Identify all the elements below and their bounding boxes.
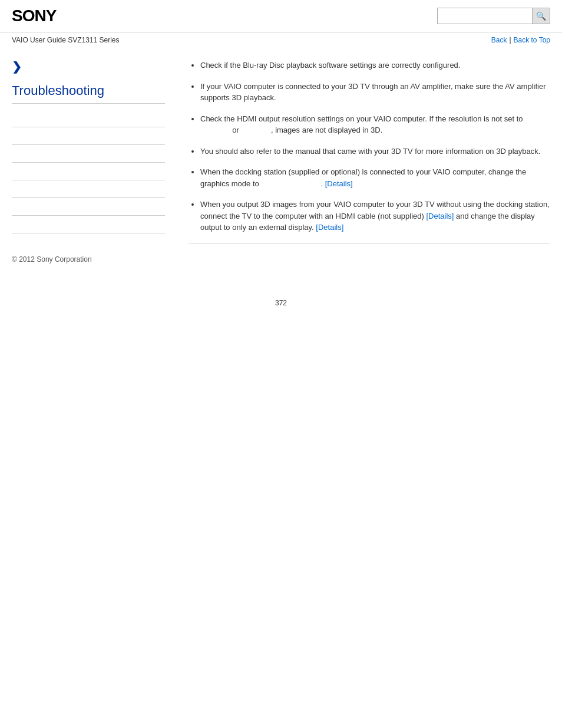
list-item: Check if the Blu-ray Disc playback softw… [200,60,550,71]
chevron-right-icon[interactable]: ❯ [12,60,22,73]
list-item: You should also refer to the manual that… [200,146,550,157]
list-item [12,127,165,145]
copyright-text: © 2012 Sony Corporation [12,255,92,263]
content-divider [189,243,550,243]
search-button[interactable]: 🔍 [532,8,550,24]
content-area: Check if the Blu-ray Disc playback softw… [177,54,550,243]
nav-separator: | [509,36,511,44]
list-item [12,180,165,198]
main-container: ❯ Troubleshooting Check if the Blu-ray D… [0,54,562,243]
nav-bar: VAIO User Guide SVZ1311 Series Back | Ba… [0,32,562,48]
search-container: 🔍 [437,8,550,24]
list-item: Check the HDMI output resolution setting… [200,113,550,136]
chevron-area: ❯ [12,60,165,74]
bullet-text-1: Check if the Blu-ray Disc playback softw… [200,61,460,70]
sidebar-title: Troubleshooting [12,83,165,104]
header: SONY 🔍 [0,0,562,32]
search-input[interactable] [438,8,532,24]
list-item [12,163,165,180]
page-number: 372 [0,299,562,307]
bullet-text-4: You should also refer to the manual that… [200,147,540,156]
list-item [12,216,165,233]
back-link[interactable]: Back [491,36,507,44]
nav-links: Back | Back to Top [491,36,550,44]
list-item: When you output 3D images from your VAIO… [200,199,550,233]
list-item: If your VAIO computer is connected to yo… [200,81,550,104]
back-to-top-link[interactable]: Back to Top [514,36,550,44]
bullet-text-3: Check the HDMI output resolution setting… [200,114,523,135]
search-icon: 🔍 [536,11,546,21]
list-item: When the docking station (supplied or op… [200,166,550,189]
footer: © 2012 Sony Corporation [0,243,562,275]
details-link-3[interactable]: [Details] [316,223,343,232]
breadcrumb: VAIO User Guide SVZ1311 Series [12,36,120,44]
sony-logo: SONY [12,6,56,25]
list-item [12,145,165,163]
bullet-text-5: When the docking station (supplied or op… [200,167,526,188]
list-item [12,110,165,127]
list-item [12,198,165,216]
bullet-text-2: If your VAIO computer is connected to yo… [200,82,546,103]
details-link-1[interactable]: [Details] [325,179,353,188]
sidebar: ❯ Troubleshooting [12,54,177,243]
details-link-2[interactable]: [Details] [426,212,454,220]
content-list: Check if the Blu-ray Disc playback softw… [189,60,550,233]
